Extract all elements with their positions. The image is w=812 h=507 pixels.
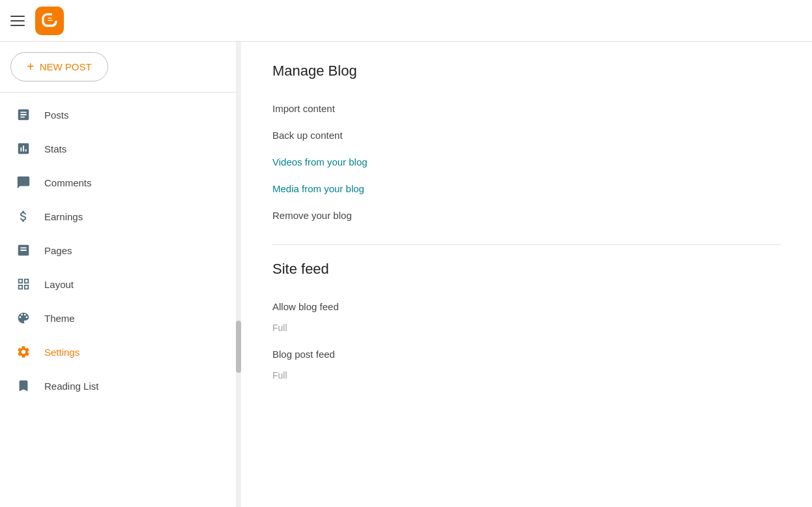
- sidebar-item-posts-label: Posts: [44, 109, 69, 121]
- pages-icon: [16, 242, 31, 258]
- earnings-icon: [16, 209, 31, 224]
- sidebar-item-layout[interactable]: Layout: [0, 267, 231, 301]
- sidebar-item-pages[interactable]: Pages: [0, 233, 231, 267]
- remove-blog-item[interactable]: Remove your blog: [272, 202, 781, 229]
- new-post-button[interactable]: + NEW POST: [10, 52, 108, 81]
- sidebar-item-posts[interactable]: Posts: [0, 98, 231, 132]
- sidebar-item-stats[interactable]: Stats: [0, 132, 231, 166]
- backup-content-item[interactable]: Back up content: [272, 122, 781, 149]
- sidebar-item-pages-label: Pages: [44, 245, 72, 256]
- sidebar: + NEW POST Posts Stats Comments: [0, 42, 241, 507]
- media-from-blog-label: Media from your blog: [272, 183, 364, 194]
- remove-blog-label: Remove your blog: [272, 210, 352, 221]
- manage-blog-title: Manage Blog: [272, 63, 781, 80]
- reading-list-icon: [16, 378, 31, 394]
- backup-content-label: Back up content: [272, 130, 343, 141]
- sidebar-item-theme-label: Theme: [44, 313, 75, 324]
- theme-icon: [16, 310, 31, 326]
- sidebar-divider: [0, 92, 241, 93]
- main-layout: + NEW POST Posts Stats Comments: [0, 42, 812, 507]
- blog-post-feed-value: Full: [272, 368, 781, 388]
- new-post-label: NEW POST: [40, 61, 92, 72]
- videos-from-blog-item[interactable]: Videos from your blog: [272, 149, 781, 175]
- sidebar-item-layout-label: Layout: [44, 279, 74, 290]
- allow-blog-feed-value: Full: [272, 320, 781, 341]
- sidebar-item-theme[interactable]: Theme: [0, 301, 231, 335]
- blog-post-feed-label: Blog post feed: [272, 349, 335, 360]
- sidebar-item-settings[interactable]: Settings: [0, 335, 231, 369]
- hamburger-menu[interactable]: [10, 16, 25, 26]
- top-bar: [0, 0, 812, 42]
- sidebar-item-comments-label: Comments: [44, 177, 92, 188]
- settings-icon: [16, 344, 31, 360]
- plus-icon: +: [27, 59, 35, 74]
- sidebar-item-reading-list[interactable]: Reading List: [0, 369, 231, 403]
- content-area: Manage Blog Import content Back up conte…: [241, 42, 812, 507]
- media-from-blog-item[interactable]: Media from your blog: [272, 175, 781, 202]
- posts-icon: [16, 107, 31, 123]
- blog-post-feed-item[interactable]: Blog post feed: [272, 341, 781, 368]
- videos-from-blog-label: Videos from your blog: [272, 156, 368, 167]
- sidebar-item-settings-label: Settings: [44, 347, 80, 358]
- allow-blog-feed-item[interactable]: Allow blog feed: [272, 293, 781, 320]
- site-feed-section: Site feed Allow blog feed Full Blog post…: [272, 261, 781, 388]
- site-feed-title: Site feed: [272, 261, 781, 278]
- sidebar-item-comments[interactable]: Comments: [0, 166, 231, 199]
- sidebar-item-earnings-label: Earnings: [44, 211, 83, 222]
- section-divider: [272, 244, 781, 245]
- comments-icon: [16, 175, 31, 190]
- sidebar-item-reading-list-label: Reading List: [44, 381, 98, 392]
- import-content-label: Import content: [272, 103, 335, 114]
- scrollbar-thumb[interactable]: [236, 321, 241, 373]
- sidebar-item-earnings[interactable]: Earnings: [0, 199, 231, 233]
- blogger-logo: [35, 7, 64, 35]
- manage-blog-section: Manage Blog Import content Back up conte…: [272, 63, 781, 229]
- scrollbar-track: [236, 42, 241, 507]
- sidebar-item-stats-label: Stats: [44, 143, 66, 154]
- layout-icon: [16, 276, 31, 292]
- allow-blog-feed-label: Allow blog feed: [272, 301, 339, 312]
- import-content-item[interactable]: Import content: [272, 95, 781, 122]
- stats-icon: [16, 141, 31, 156]
